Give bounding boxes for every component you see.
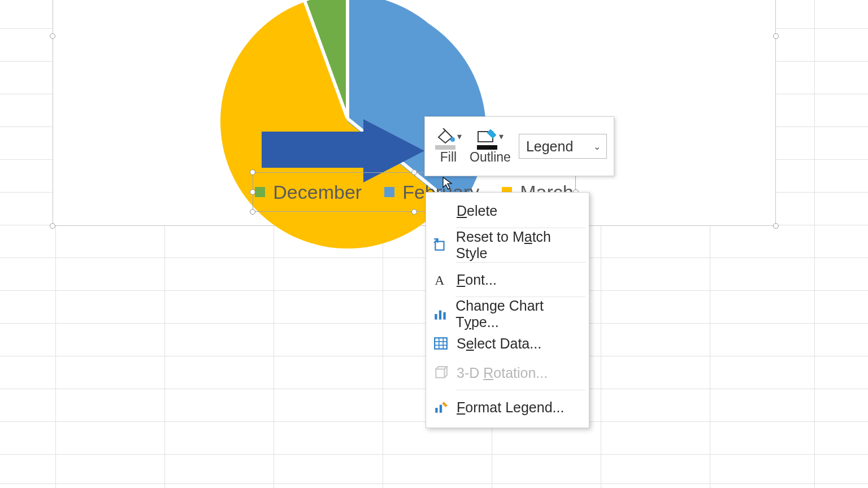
menu-label: Format Legend... <box>457 399 564 416</box>
menu-select-data[interactable]: Select Data... <box>426 329 589 358</box>
svg-rect-2 <box>436 242 444 250</box>
selection-handle[interactable] <box>411 209 417 215</box>
format-chart-icon <box>433 399 449 415</box>
context-menu: Delete Reset to Match Style A Font... Ch… <box>426 192 589 428</box>
chart-resize-handle[interactable] <box>50 33 55 39</box>
svg-rect-6 <box>444 312 446 320</box>
menu-separator <box>455 390 585 390</box>
chevron-down-icon[interactable]: ▾ <box>499 131 504 147</box>
outline-label: Outline <box>470 150 511 165</box>
svg-rect-13 <box>435 408 437 413</box>
menu-label: Select Data... <box>457 336 541 352</box>
legend-swatch <box>255 187 265 197</box>
selection-handle[interactable] <box>411 169 417 175</box>
data-grid-icon <box>433 336 449 351</box>
menu-label: Reset to Match Style <box>456 229 581 262</box>
bar-chart-icon <box>433 306 448 322</box>
menu-label: Change Chart Type... <box>455 298 581 330</box>
blank-icon <box>433 203 449 219</box>
menu-label: Delete <box>457 203 497 219</box>
font-letter-icon: A <box>433 272 449 287</box>
selection-handle[interactable] <box>250 209 255 215</box>
svg-text:A: A <box>435 273 445 287</box>
chart-element-selector[interactable]: Legend ⌄ <box>519 134 607 159</box>
selection-handle[interactable] <box>250 189 255 195</box>
selection-handle[interactable] <box>250 169 255 175</box>
combo-value: Legend <box>526 138 573 155</box>
cube-icon <box>433 365 449 381</box>
menu-change-chart-type[interactable]: Change Chart Type... <box>426 299 589 329</box>
mini-toolbar: ▾ Fill ▾ Outline Legend ⌄ <box>424 116 614 176</box>
chevron-down-icon[interactable]: ▾ <box>457 131 462 147</box>
legend-label: December <box>273 181 362 203</box>
fill-button[interactable]: ▾ Fill <box>435 128 462 165</box>
chart-resize-handle[interactable] <box>773 33 779 39</box>
menu-separator <box>455 228 585 228</box>
chart-resize-handle[interactable] <box>50 223 55 229</box>
menu-separator <box>455 297 585 297</box>
menu-label: 3-D Rotation... <box>457 365 548 381</box>
menu-label: Font... <box>457 272 497 288</box>
menu-format-legend[interactable]: Format Legend... <box>426 393 589 422</box>
svg-rect-4 <box>435 314 437 320</box>
chart-resize-handle[interactable] <box>773 223 779 229</box>
menu-reset-match-style[interactable]: Reset to Match Style <box>426 230 589 260</box>
svg-rect-5 <box>439 311 441 320</box>
svg-rect-12 <box>436 369 444 378</box>
chevron-down-icon: ⌄ <box>593 141 601 152</box>
paint-bucket-icon <box>435 128 455 147</box>
menu-delete[interactable]: Delete <box>426 196 589 225</box>
menu-3d-rotation: 3-D Rotation... <box>426 358 589 387</box>
menu-separator <box>455 262 585 263</box>
outline-button[interactable]: ▾ Outline <box>470 128 511 165</box>
svg-rect-7 <box>435 338 447 349</box>
reset-icon <box>433 237 448 253</box>
fill-label: Fill <box>440 150 457 165</box>
menu-font[interactable]: A Font... <box>426 265 589 294</box>
legend-item-december[interactable]: December <box>255 181 362 203</box>
svg-point-0 <box>450 137 455 142</box>
pencil-outline-icon <box>477 128 497 147</box>
svg-rect-14 <box>440 405 442 413</box>
legend-swatch <box>384 187 394 197</box>
